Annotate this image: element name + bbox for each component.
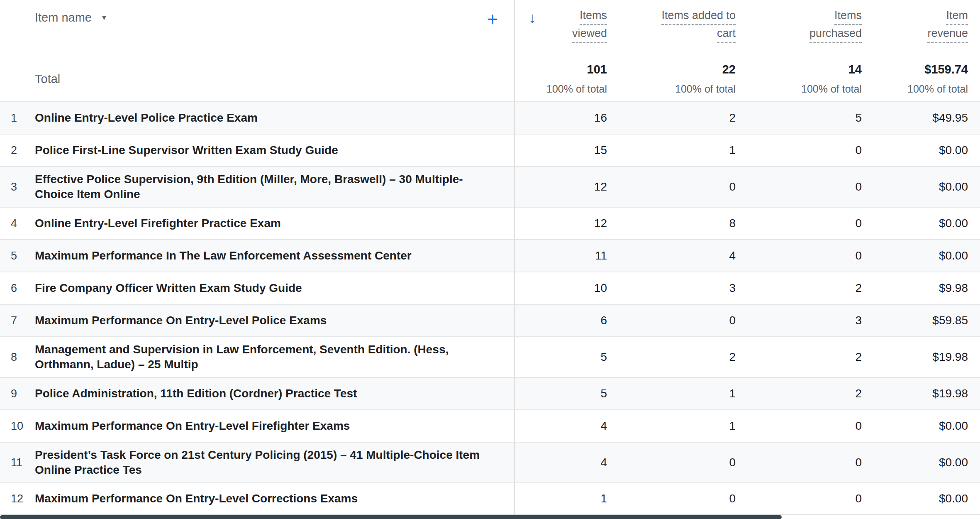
row-index: 10 [11, 420, 35, 433]
item-revenue-value: $0.00 [862, 410, 980, 442]
table-row: 7 Maximum Performance On Entry-Level Pol… [0, 304, 980, 336]
items-added-to-cart-value: 4 [607, 240, 736, 272]
row-index: 7 [11, 314, 35, 327]
total-row: Total 101 100% of total 22 100% of total… [0, 56, 980, 101]
item-name-cell: 12 Maximum Performance On Entry-Level Co… [0, 483, 514, 514]
row-index: 6 [11, 282, 35, 295]
column-header-items-purchased[interactable]: Items purchased [736, 0, 862, 56]
item-revenue-value: $19.98 [862, 378, 980, 409]
item-name-cell: 3 Effective Police Supervision, 9th Edit… [0, 167, 514, 207]
item-revenue-value: $0.00 [862, 135, 980, 166]
item-revenue-value: $0.00 [862, 167, 980, 207]
row-values: 12 0 0 $0.00 [514, 167, 980, 207]
items-added-to-cart-value: 3 [607, 272, 736, 304]
total-value: 14 [848, 63, 862, 76]
column-header-items-added-to-cart[interactable]: Items added to cart [607, 0, 736, 56]
item-revenue-value: $0.00 [862, 483, 980, 514]
column-header-line: purchased [809, 27, 862, 43]
items-purchased-value: 0 [736, 483, 862, 514]
row-values: 16 2 5 $49.95 [514, 102, 980, 134]
dimension-selector[interactable]: Item name ▼ [35, 11, 107, 24]
row-index: 9 [11, 387, 35, 400]
item-name: Online Entry-Level Police Practice Exam [35, 110, 258, 125]
items-viewed-value: 12 [514, 167, 607, 207]
table-row: 5 Maximum Performance In The Law Enforce… [0, 239, 980, 272]
row-values: 10 3 2 $9.98 [514, 272, 980, 304]
table-row: 6 Fire Company Officer Written Exam Stud… [0, 272, 980, 304]
table-row: 9 Police Administration, 11th Edition (C… [0, 377, 980, 409]
item-revenue-value: $0.00 [862, 208, 980, 239]
total-percent: 100% of total [675, 83, 736, 95]
items-purchased-value: 3 [736, 305, 862, 336]
table-row: 8 Management and Supervision in Law Enfo… [0, 336, 980, 377]
item-name: President’s Task Force on 21st Century P… [35, 448, 490, 477]
items-added-to-cart-value: 0 [607, 443, 736, 482]
row-index: 5 [11, 250, 35, 262]
item-name: Fire Company Officer Written Exam Study … [35, 281, 302, 296]
item-name: Maximum Performance On Entry-Level Polic… [35, 313, 327, 328]
row-index: 4 [11, 217, 35, 230]
column-divider [514, 0, 515, 514]
row-values: 4 0 0 $0.00 [514, 443, 980, 482]
items-added-to-cart-value: 0 [607, 305, 736, 336]
total-items-viewed: 101 100% of total [514, 56, 607, 101]
item-revenue-value: $59.85 [862, 305, 980, 336]
row-index: 1 [11, 112, 35, 125]
items-purchased-value: 0 [736, 240, 862, 272]
item-name-cell: 5 Maximum Performance In The Law Enforce… [0, 240, 514, 272]
row-values: 1 0 0 $0.00 [514, 483, 980, 514]
sort-descending-icon[interactable]: ↓ [529, 9, 536, 27]
items-purchased-value: 2 [736, 337, 862, 377]
items-added-to-cart-value: 1 [607, 378, 736, 409]
item-name-cell: 10 Maximum Performance On Entry-Level Fi… [0, 410, 514, 442]
row-values: 5 1 2 $19.98 [514, 378, 980, 409]
column-header-line: viewed [572, 27, 607, 43]
total-value: 22 [722, 63, 736, 76]
table-header: Item name ▼ + ↓ Items viewed Items added… [0, 0, 980, 56]
add-dimension-button[interactable]: + [487, 11, 498, 27]
items-viewed-value: 5 [514, 378, 607, 409]
table-row: 4 Online Entry-Level Firefighter Practic… [0, 207, 980, 239]
column-header-item-revenue[interactable]: Item revenue [862, 0, 980, 56]
row-values: 15 1 0 $0.00 [514, 135, 980, 166]
table-body: 1 Online Entry-Level Police Practice Exa… [0, 101, 980, 515]
dimension-label: Item name [35, 11, 92, 24]
total-value: 101 [587, 63, 607, 76]
column-header-items-viewed[interactable]: Items viewed [514, 0, 607, 56]
items-viewed-value: 12 [514, 208, 607, 239]
table-row: 2 Police First-Line Supervisor Written E… [0, 134, 980, 166]
row-index: 3 [11, 181, 35, 193]
items-purchased-value: 2 [736, 272, 862, 304]
items-purchased-value: 2 [736, 378, 862, 409]
items-added-to-cart-value: 0 [607, 167, 736, 207]
total-label: Total [35, 72, 60, 86]
row-values: 11 4 0 $0.00 [514, 240, 980, 272]
item-name-cell: 7 Maximum Performance On Entry-Level Pol… [0, 305, 514, 336]
item-name: Maximum Performance On Entry-Level Firef… [35, 419, 350, 433]
item-name: Effective Police Supervision, 9th Editio… [35, 172, 490, 202]
item-name-cell: 8 Management and Supervision in Law Enfo… [0, 337, 514, 377]
data-table: Item name ▼ + ↓ Items viewed Items added… [0, 0, 980, 519]
items-viewed-value: 10 [514, 272, 607, 304]
item-name-cell: 9 Police Administration, 11th Edition (C… [0, 378, 514, 409]
item-name: Maximum Performance On Entry-Level Corre… [35, 491, 358, 506]
items-purchased-value: 0 [736, 208, 862, 239]
items-added-to-cart-value: 0 [607, 483, 736, 514]
table-row: 10 Maximum Performance On Entry-Level Fi… [0, 409, 980, 442]
total-item-revenue: $159.74 100% of total [862, 56, 980, 101]
items-purchased-value: 0 [736, 167, 862, 207]
items-added-to-cart-value: 1 [607, 410, 736, 442]
items-added-to-cart-value: 8 [607, 208, 736, 239]
row-values: 4 1 0 $0.00 [514, 410, 980, 442]
total-percent: 100% of total [801, 83, 862, 95]
column-header-line: Items added to [661, 9, 736, 25]
row-index: 12 [11, 492, 35, 505]
items-viewed-value: 4 [514, 410, 607, 442]
table-row: 1 Online Entry-Level Police Practice Exa… [0, 101, 980, 134]
row-index: 2 [11, 144, 35, 157]
horizontal-scrollbar[interactable] [0, 515, 782, 519]
item-name-cell: 6 Fire Company Officer Written Exam Stud… [0, 272, 514, 304]
item-name: Maximum Performance In The Law Enforceme… [35, 248, 412, 263]
row-values: 6 0 3 $59.85 [514, 305, 980, 336]
row-index: 8 [11, 351, 35, 364]
